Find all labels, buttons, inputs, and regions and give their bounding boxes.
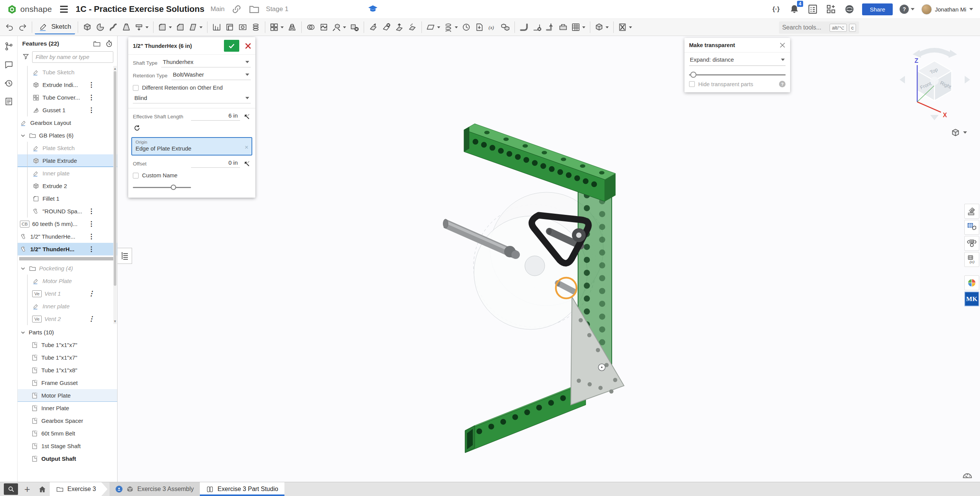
fill-surface-tool-button[interactable]	[406, 20, 419, 34]
community-globe-icon[interactable]	[844, 3, 855, 15]
linear-pattern-tool-button[interactable]	[268, 20, 286, 34]
graphics-area[interactable]: 1/2" ThunderHex (6 in) Shaft Type Thunde…	[118, 36, 980, 482]
delete-face-tool-button[interactable]	[380, 20, 393, 34]
variable-tool-button[interactable]: (x)	[486, 20, 499, 34]
flip-direction-button[interactable]	[133, 124, 251, 133]
feature-item[interactable]: Extrude Indi...⋮	[18, 79, 117, 91]
feature-item[interactable]: 1/2" ThunderHe...⋮	[18, 230, 117, 243]
featurescript-icon[interactable]: {·}	[770, 3, 782, 15]
home-tab-button[interactable]	[34, 482, 50, 496]
sketch-tool-button[interactable]: Sketch	[35, 20, 75, 34]
panel-config-variables-button[interactable]: (x)	[964, 252, 979, 267]
thicken-tool-button[interactable]	[133, 20, 150, 34]
feature-item[interactable]: GB Plates (6)	[18, 129, 117, 142]
table-tool-button[interactable]	[570, 20, 587, 34]
instances-tool-button[interactable]	[499, 20, 512, 34]
dropdown-caret-icon[interactable]	[343, 26, 346, 28]
branch-name[interactable]: Main	[211, 5, 225, 13]
revolve-tool-button[interactable]	[94, 20, 107, 34]
dropdown-caret-icon[interactable]	[281, 26, 284, 28]
scroll-up-icon[interactable]: ▲	[113, 66, 117, 71]
drag-handle-icon[interactable]: ⋮	[88, 290, 95, 298]
expander-icon[interactable]	[20, 133, 26, 139]
feature-item[interactable]: Plate Extrude	[18, 154, 117, 167]
move-face-tool-button[interactable]	[367, 20, 380, 34]
feature-panel-toggle[interactable]	[118, 248, 132, 264]
drag-handle-icon[interactable]: ⋮	[88, 245, 95, 253]
wrap-tool-button[interactable]	[249, 20, 262, 34]
feature-item[interactable]: Extrude 2	[18, 180, 117, 192]
document-menu-icon[interactable]	[58, 3, 70, 15]
tab-feature-tool-button[interactable]	[557, 20, 570, 34]
offset-input[interactable]: 0 in	[191, 159, 240, 168]
shaft-type-select[interactable]: Thunderhex	[161, 59, 251, 67]
redo-tool-button[interactable]	[16, 20, 29, 34]
feature-item[interactable]: Pocketing (4)	[18, 262, 117, 275]
part-item[interactable]: 1st Stage Shaft	[18, 440, 117, 452]
dock-history-icon[interactable]	[4, 78, 14, 88]
scroll-down-icon[interactable]: ▼	[113, 319, 117, 324]
feature-item[interactable]: Inner plate	[18, 167, 117, 180]
shell-tool-button[interactable]	[223, 20, 236, 34]
enclose-tool-button[interactable]	[593, 20, 611, 34]
folder-location-label[interactable]: Stage 1	[266, 5, 289, 13]
parts-expander-icon[interactable]	[20, 329, 26, 336]
sm-corner-tool-button[interactable]	[531, 20, 544, 34]
new-folder-icon[interactable]	[93, 39, 101, 48]
feature-item[interactable]: Tube Conver...⋮	[18, 91, 117, 104]
checkbox-unchecked-icon[interactable]	[133, 85, 139, 91]
measure-arrow-icon[interactable]	[242, 112, 251, 121]
panel-app-colors-button[interactable]	[964, 275, 979, 290]
drag-handle-icon[interactable]: ⋮	[88, 106, 95, 114]
expander-icon[interactable]	[20, 265, 26, 272]
share-button[interactable]: Share	[862, 3, 893, 15]
expand-mode-select[interactable]: Expand: distance	[689, 56, 786, 66]
drag-handle-icon[interactable]: ⋮	[88, 207, 95, 215]
rollback-history-icon[interactable]	[105, 39, 113, 48]
cancel-button[interactable]	[244, 42, 252, 50]
search-tools-input[interactable]	[782, 24, 827, 31]
end-style-select[interactable]: Blind	[133, 95, 251, 103]
feature-item[interactable]: Inner plate	[18, 300, 117, 313]
panel-appearance-button[interactable]	[964, 204, 979, 219]
close-icon[interactable]	[779, 41, 786, 49]
update-tool-button[interactable]	[460, 20, 473, 34]
dropdown-caret-icon[interactable]	[455, 26, 458, 28]
dropdown-caret-icon[interactable]	[169, 26, 172, 28]
shaft-length-input[interactable]: 6 in	[191, 112, 240, 121]
feature-item[interactable]: 1/2" ThunderH...⋮	[18, 243, 117, 255]
loft-tool-button[interactable]	[120, 20, 133, 34]
transform-tool-button[interactable]	[330, 20, 348, 34]
plane-tool-button[interactable]	[425, 20, 442, 34]
feature-filter-input[interactable]	[32, 51, 113, 63]
delete-part-tool-button[interactable]	[348, 20, 361, 34]
app-store-icon[interactable]	[825, 3, 837, 15]
search-tools[interactable]: alt/⌥ c	[779, 21, 859, 34]
dock-versions-icon[interactable]	[4, 41, 14, 51]
drag-handle-icon[interactable]: ⋮	[88, 315, 95, 323]
drag-handle-icon[interactable]: ⋮	[88, 232, 95, 241]
different-retention-checkbox-row[interactable]: Different Retention on Other End	[133, 85, 251, 91]
panel-config-table-button[interactable]	[964, 220, 979, 235]
feature-item[interactable]: Plate Sketch	[18, 142, 117, 154]
checkbox-unchecked-icon[interactable]	[689, 81, 695, 87]
feature-item[interactable]: Gearbox Layout	[18, 116, 117, 129]
feature-item[interactable]: Tube Sketch	[18, 66, 117, 79]
confirm-button[interactable]	[224, 40, 239, 52]
part-item[interactable]: 60t 5mm Belt	[18, 427, 117, 440]
scrollbar-thumb[interactable]	[114, 71, 116, 286]
drag-handle-icon[interactable]: ⋮	[88, 220, 95, 228]
rib-tool-button[interactable]	[210, 20, 223, 34]
custom-name-checkbox-row[interactable]: Custom Name	[133, 172, 251, 178]
rollback-bar[interactable]	[19, 257, 114, 260]
remove-origin-icon[interactable]: ×	[245, 144, 248, 151]
offset-surface-tool-button[interactable]	[393, 20, 406, 34]
dropdown-caret-icon[interactable]	[582, 26, 585, 28]
feature-list-scrollbar[interactable]: ▲ ▼	[113, 66, 117, 324]
feature-item[interactable]: CB60 teeth (5 mm)...⋮	[18, 218, 117, 230]
tasks-icon[interactable]	[807, 3, 818, 15]
mirror-tool-button[interactable]	[286, 20, 299, 34]
feature-item[interactable]: VeVent 2⋮	[18, 313, 117, 325]
import-tool-button[interactable]	[473, 20, 486, 34]
slider-track[interactable]	[133, 187, 191, 188]
